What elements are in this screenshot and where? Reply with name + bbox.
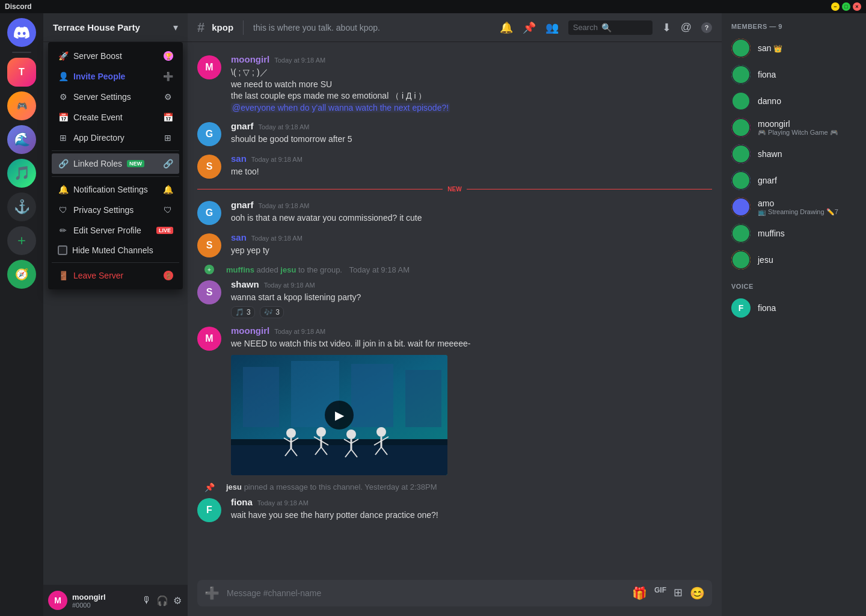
system-message: + muffins added jesu to the group. Today…	[188, 262, 722, 277]
reaction-1[interactable]: 🎵 3	[231, 306, 255, 318]
minimize-button[interactable]: −	[831, 2, 840, 11]
bell-action-icon: 🔔	[162, 184, 173, 195]
reaction-2[interactable]: 🎶 3	[260, 306, 284, 318]
message-author[interactable]: shawn	[231, 279, 259, 289]
member-item-fiona-voice[interactable]: F fiona	[726, 295, 861, 321]
dropdown-item-hide-muted[interactable]: Hide Muted Channels	[52, 241, 179, 260]
avatar-san[interactable]: S	[197, 155, 221, 179]
video-embed[interactable]: ▶	[231, 355, 447, 475]
mic-button[interactable]: 🎙	[141, 594, 153, 608]
member-info: shawn	[758, 149, 856, 159]
search-box[interactable]: Search 🔍	[568, 20, 653, 35]
server-name-header[interactable]: Terrace House Party ▾	[43, 13, 188, 42]
server-icon-3[interactable]: 🌊	[7, 125, 36, 154]
video-play-button[interactable]: ▶	[325, 401, 354, 430]
online-indicator	[731, 250, 751, 270]
dropdown-item-edit-server-profile[interactable]: ✏ Edit Server Profile LIVE	[52, 220, 179, 241]
gif-icon[interactable]: GIF	[652, 584, 669, 603]
link-icon: 🔗	[58, 158, 69, 169]
avatar-gnarf-2[interactable]: G	[197, 201, 221, 225]
user-settings-button[interactable]: ⚙	[172, 594, 183, 608]
bell-header-icon[interactable]: 🔔	[500, 21, 513, 34]
member-item-fiona[interactable]: F fiona	[726, 61, 861, 88]
avatar-fiona[interactable]: F	[197, 498, 221, 522]
avatar-gnarf[interactable]: G	[197, 122, 221, 146]
dropdown-item-notification-settings[interactable]: 🔔 Notification Settings 🔔	[52, 179, 179, 200]
online-indicator	[731, 224, 751, 243]
download-icon[interactable]: ⬇	[662, 21, 671, 34]
dropdown-item-server-boost[interactable]: 🚀 Server Boost 🏆	[52, 46, 179, 66]
dropdown-item-server-settings[interactable]: ⚙ Server Settings ⚙	[52, 87, 179, 107]
leave-server-label: Leave Server	[73, 271, 123, 280]
server-icon-4[interactable]: 🎵	[7, 159, 36, 188]
dropdown-item-app-directory[interactable]: ⊞ App Directory ⊞	[52, 128, 179, 148]
message-content: fiona Today at 9:18 AM wait have you see…	[231, 497, 712, 522]
add-message-icon[interactable]: ➕	[202, 584, 222, 603]
avatar-moongirl[interactable]: M	[197, 55, 221, 79]
member-item-shawn[interactable]: S shawn	[726, 141, 861, 167]
boost-icon: 🚀	[58, 51, 69, 61]
maximize-button[interactable]: □	[842, 2, 850, 11]
channel-hash-icon: #	[197, 20, 204, 35]
member-item-danno[interactable]: D danno	[726, 88, 861, 114]
pin-icon: 📌	[204, 482, 215, 492]
avatar-moongirl-2[interactable]: M	[197, 327, 221, 351]
server-icon-2[interactable]: 🎮	[7, 91, 36, 120]
message-header: gnarf Today at 9:18 AM	[231, 121, 712, 131]
dropdown-item-invite-people[interactable]: 👤 Invite People ➕	[52, 66, 179, 87]
avatar-initials: F	[197, 498, 221, 522]
at-icon[interactable]: @	[681, 21, 692, 34]
headset-button[interactable]: 🎧	[155, 594, 170, 608]
message-content: san Today at 9:18 AM yep yep ty	[231, 232, 712, 257]
member-item-muffins[interactable]: M muffins	[726, 220, 861, 247]
reactions: 🎵 3 🎶 3	[231, 304, 712, 318]
message-author[interactable]: moongirl	[231, 54, 269, 64]
message-header: moongirl Today at 9:18 AM	[231, 54, 712, 64]
create-event-label: Create Event	[73, 112, 123, 122]
help-icon[interactable]: ?	[701, 22, 712, 33]
message-author[interactable]: fiona	[231, 497, 253, 507]
message-author[interactable]: gnarf	[231, 121, 254, 131]
dropdown-divider-3	[52, 262, 179, 263]
member-item-gnarf[interactable]: G gnarf	[726, 167, 861, 194]
explore-servers-button[interactable]: 🧭	[7, 260, 36, 289]
gift-icon[interactable]: 🎁	[630, 584, 650, 603]
message-content: gnarf Today at 9:18 AM should be good to…	[231, 121, 712, 146]
person-add-icon: 👤	[58, 71, 69, 82]
mention-everyone[interactable]: @everyone when do y'all wanna watch the …	[231, 103, 450, 112]
pin-header-icon[interactable]: 📌	[523, 21, 536, 34]
emoji-icon[interactable]: 😊	[687, 584, 707, 603]
avatar-san-2[interactable]: S	[197, 233, 221, 257]
message-header: san Today at 9:18 AM	[231, 232, 712, 242]
member-item-amo[interactable]: A amo 📺 Streaming Drawing ✏️7	[726, 194, 861, 220]
message-author[interactable]: san	[231, 232, 247, 242]
server-icon-terrace-house[interactable]: T	[7, 58, 36, 87]
voice-section: Voice F fiona	[726, 283, 861, 321]
message-header: gnarf Today at 9:18 AM	[231, 200, 712, 210]
close-button[interactable]: ×	[853, 2, 861, 11]
member-item-san[interactable]: S san 👑	[726, 35, 861, 61]
message-timestamp: Today at 9:18 AM	[251, 235, 302, 242]
message-timestamp: Today at 9:18 AM	[257, 499, 309, 507]
dropdown-item-linked-roles[interactable]: 🔗 Linked Roles NEW 🔗	[52, 153, 179, 174]
message-author[interactable]: moongirl	[231, 325, 269, 336]
message-author[interactable]: gnarf	[231, 200, 254, 210]
avatar-shawn[interactable]: S	[197, 280, 221, 304]
add-server-button[interactable]: +	[7, 226, 36, 255]
dropdown-item-create-event[interactable]: 📅 Create Event 📅	[52, 107, 179, 128]
member-info: fiona	[758, 303, 856, 313]
apps-icon[interactable]: ⊞	[671, 584, 685, 603]
discord-home-button[interactable]	[7, 18, 36, 47]
message-author[interactable]: san	[231, 153, 247, 164]
message-text: wanna start a kpop listening party?	[231, 292, 712, 304]
server-icon-5[interactable]: ⚓	[7, 192, 36, 221]
member-info: moongirl 🎮 Playing Witch Game 🎮	[758, 119, 856, 137]
message-input-field[interactable]	[222, 582, 630, 604]
dropdown-item-privacy-settings[interactable]: 🛡 Privacy Settings 🛡	[52, 200, 179, 220]
dropdown-item-leave-server[interactable]: 🚪 Leave Server 🚪	[52, 265, 179, 286]
members-header-icon[interactable]: 👥	[545, 21, 559, 34]
user-avatar[interactable]: M	[48, 591, 67, 610]
member-item-moongirl[interactable]: M moongirl 🎮 Playing Witch Game 🎮	[726, 114, 861, 141]
member-item-jesu[interactable]: J jesu	[726, 247, 861, 273]
message-text: \( ; ▽ ; )／ we need to watch more SU the…	[231, 67, 712, 114]
